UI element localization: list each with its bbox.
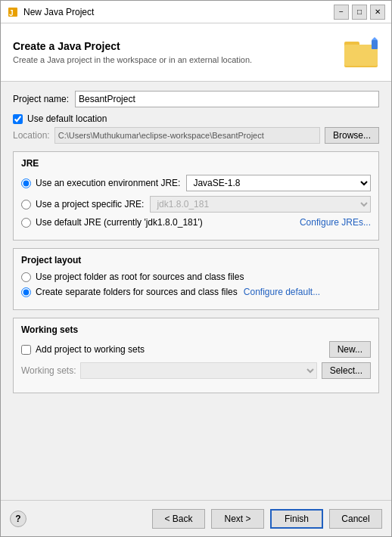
jre-option1-row: Use an execution environment JRE: JavaSE…	[21, 175, 371, 191]
project-name-label: Project name:	[13, 94, 69, 104]
folder-icon	[343, 34, 379, 70]
configure-default-link[interactable]: Configure default...	[244, 287, 320, 297]
working-sets-select	[80, 362, 316, 379]
jre-group: JRE Use an execution environment JRE: Ja…	[13, 151, 379, 241]
new-working-set-button[interactable]: New...	[329, 341, 371, 358]
browse-button[interactable]: Browse...	[325, 127, 379, 144]
cancel-button[interactable]: Cancel	[329, 509, 382, 529]
location-row: Location: Browse...	[13, 127, 379, 144]
layout-option2-radio[interactable]	[21, 287, 31, 297]
jre-option1-label: Use an execution environment JRE:	[36, 178, 180, 188]
minimize-button[interactable]: −	[334, 5, 349, 20]
select-working-set-button[interactable]: Select...	[322, 362, 371, 379]
working-sets-select-row: Working sets: Select...	[21, 362, 371, 379]
dialog-footer: ? < Back Next > Finish Cancel	[1, 500, 391, 536]
maximize-button[interactable]: □	[352, 5, 367, 20]
use-default-location-label: Use default location	[27, 113, 107, 124]
location-label: Location:	[13, 130, 50, 141]
jre-option3-row: Use default JRE (currently 'jdk1.8.0_181…	[21, 217, 371, 228]
jre-option1-select[interactable]: JavaSE-1.8 JavaSE-11 JavaSE-17	[186, 175, 371, 191]
layout-option2-label: Create separate folders for sources and …	[36, 287, 238, 297]
dialog-subtitle: Create a Java project in the workspace o…	[13, 55, 252, 64]
header-text: Create a Java Project Create a Java proj…	[13, 40, 252, 64]
add-to-working-sets-label: Add project to working sets	[36, 344, 145, 355]
jre-option1-select-wrap: JavaSE-1.8 JavaSE-11 JavaSE-17	[186, 175, 371, 191]
next-button[interactable]: Next >	[211, 509, 264, 529]
back-button[interactable]: < Back	[152, 509, 205, 529]
svg-rect-5	[372, 40, 378, 49]
jre-option3-radio[interactable]	[21, 218, 31, 228]
use-default-location-row: Use default location	[13, 113, 379, 124]
jre-option2-label: Use a project specific JRE:	[36, 199, 144, 210]
jre-option2-row: Use a project specific JRE: jdk1.8.0_181	[21, 196, 371, 213]
jre-option1-radio[interactable]	[21, 178, 31, 188]
svg-text:J: J	[9, 9, 14, 17]
jre-group-title: JRE	[21, 158, 371, 169]
svg-marker-6	[372, 37, 378, 40]
title-bar: J New Java Project − □ ✕	[1, 1, 391, 23]
add-to-working-sets-checkbox[interactable]	[21, 345, 31, 355]
window-controls: − □ ✕	[334, 5, 385, 20]
working-sets-group: Working sets Add project to working sets…	[13, 318, 379, 393]
dialog-content: Project name: Use default location Locat…	[1, 82, 391, 500]
project-layout-group: Project layout Use project folder as roo…	[13, 248, 379, 310]
project-name-row: Project name:	[13, 91, 379, 107]
help-button[interactable]: ?	[10, 511, 26, 527]
dialog-header: Create a Java Project Create a Java proj…	[1, 23, 391, 82]
layout-option1-radio[interactable]	[21, 272, 31, 282]
layout-option1-label: Use project folder as root for sources a…	[36, 272, 244, 282]
jre-option3-label: Use default JRE (currently 'jdk1.8.0_181…	[36, 217, 203, 228]
configure-jres-link[interactable]: Configure JREs...	[300, 217, 371, 228]
project-name-input[interactable]	[75, 91, 379, 107]
jre-option2-radio[interactable]	[21, 200, 31, 210]
jre-option2-select-wrap: jdk1.8.0_181	[150, 196, 371, 213]
location-input	[54, 127, 320, 144]
window-icon: J	[7, 6, 19, 18]
close-button[interactable]: ✕	[370, 5, 385, 20]
use-default-location-checkbox[interactable]	[13, 114, 23, 124]
layout-option2-row: Create separate folders for sources and …	[21, 287, 371, 297]
finish-button[interactable]: Finish	[270, 509, 323, 529]
working-sets-title: Working sets	[21, 324, 371, 335]
project-layout-title: Project layout	[21, 255, 371, 265]
dialog-title: Create a Java Project	[13, 40, 252, 52]
layout-option1-row: Use project folder as root for sources a…	[21, 272, 371, 282]
working-sets-label: Working sets:	[21, 365, 76, 376]
jre-option2-select: jdk1.8.0_181	[150, 196, 371, 213]
window-title: New Java Project	[23, 7, 334, 17]
new-java-project-window: J New Java Project − □ ✕ Create a Java P…	[0, 0, 392, 537]
add-to-working-sets-row: Add project to working sets New...	[21, 341, 371, 358]
